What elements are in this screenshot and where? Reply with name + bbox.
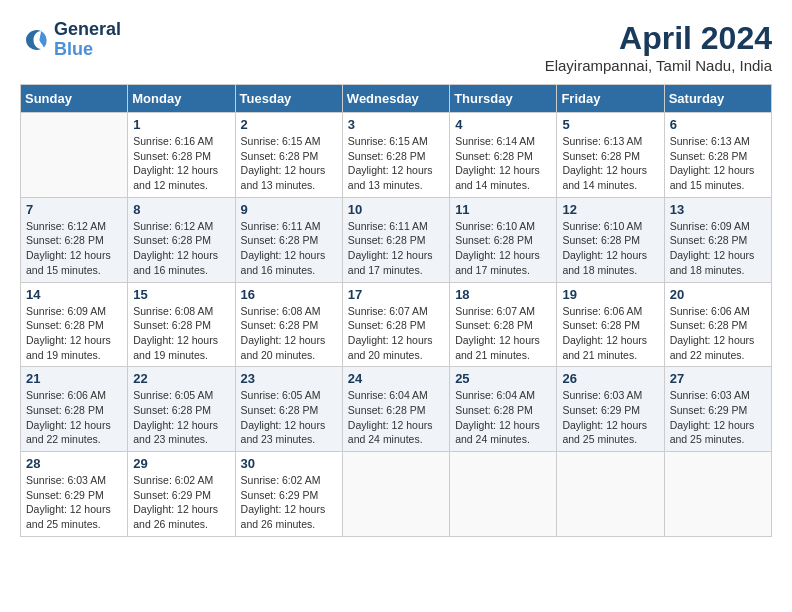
day-number: 27: [670, 371, 766, 386]
day-info: Sunrise: 6:08 AMSunset: 6:28 PMDaylight:…: [133, 304, 229, 363]
day-number: 30: [241, 456, 337, 471]
calendar-cell: 5Sunrise: 6:13 AMSunset: 6:28 PMDaylight…: [557, 113, 664, 198]
calendar-cell: 4Sunrise: 6:14 AMSunset: 6:28 PMDaylight…: [450, 113, 557, 198]
day-number: 18: [455, 287, 551, 302]
day-number: 14: [26, 287, 122, 302]
day-number: 3: [348, 117, 444, 132]
calendar-cell: 16Sunrise: 6:08 AMSunset: 6:28 PMDayligh…: [235, 282, 342, 367]
day-info: Sunrise: 6:02 AMSunset: 6:29 PMDaylight:…: [241, 473, 337, 532]
calendar-cell: 30Sunrise: 6:02 AMSunset: 6:29 PMDayligh…: [235, 452, 342, 537]
day-info: Sunrise: 6:10 AMSunset: 6:28 PMDaylight:…: [455, 219, 551, 278]
calendar-cell: 24Sunrise: 6:04 AMSunset: 6:28 PMDayligh…: [342, 367, 449, 452]
day-number: 16: [241, 287, 337, 302]
day-number: 29: [133, 456, 229, 471]
calendar: SundayMondayTuesdayWednesdayThursdayFrid…: [20, 84, 772, 537]
day-info: Sunrise: 6:05 AMSunset: 6:28 PMDaylight:…: [133, 388, 229, 447]
day-number: 4: [455, 117, 551, 132]
day-info: Sunrise: 6:03 AMSunset: 6:29 PMDaylight:…: [670, 388, 766, 447]
day-info: Sunrise: 6:07 AMSunset: 6:28 PMDaylight:…: [348, 304, 444, 363]
day-info: Sunrise: 6:11 AMSunset: 6:28 PMDaylight:…: [241, 219, 337, 278]
page-header: General Blue April 2024 Elayirampannai, …: [20, 20, 772, 74]
day-number: 26: [562, 371, 658, 386]
day-info: Sunrise: 6:06 AMSunset: 6:28 PMDaylight:…: [670, 304, 766, 363]
calendar-cell: 1Sunrise: 6:16 AMSunset: 6:28 PMDaylight…: [128, 113, 235, 198]
calendar-cell: 13Sunrise: 6:09 AMSunset: 6:28 PMDayligh…: [664, 197, 771, 282]
calendar-cell: 2Sunrise: 6:15 AMSunset: 6:28 PMDaylight…: [235, 113, 342, 198]
day-info: Sunrise: 6:10 AMSunset: 6:28 PMDaylight:…: [562, 219, 658, 278]
day-number: 25: [455, 371, 551, 386]
day-info: Sunrise: 6:06 AMSunset: 6:28 PMDaylight:…: [26, 388, 122, 447]
day-number: 9: [241, 202, 337, 217]
title-block: April 2024 Elayirampannai, Tamil Nadu, I…: [545, 20, 772, 74]
day-number: 5: [562, 117, 658, 132]
day-number: 10: [348, 202, 444, 217]
day-number: 20: [670, 287, 766, 302]
day-number: 22: [133, 371, 229, 386]
location: Elayirampannai, Tamil Nadu, India: [545, 57, 772, 74]
day-info: Sunrise: 6:16 AMSunset: 6:28 PMDaylight:…: [133, 134, 229, 193]
calendar-cell: 3Sunrise: 6:15 AMSunset: 6:28 PMDaylight…: [342, 113, 449, 198]
day-info: Sunrise: 6:02 AMSunset: 6:29 PMDaylight:…: [133, 473, 229, 532]
weekday-header-thursday: Thursday: [450, 85, 557, 113]
day-info: Sunrise: 6:09 AMSunset: 6:28 PMDaylight:…: [26, 304, 122, 363]
weekday-header-monday: Monday: [128, 85, 235, 113]
day-number: 7: [26, 202, 122, 217]
day-info: Sunrise: 6:03 AMSunset: 6:29 PMDaylight:…: [562, 388, 658, 447]
day-info: Sunrise: 6:05 AMSunset: 6:28 PMDaylight:…: [241, 388, 337, 447]
day-number: 11: [455, 202, 551, 217]
day-info: Sunrise: 6:07 AMSunset: 6:28 PMDaylight:…: [455, 304, 551, 363]
calendar-cell: 6Sunrise: 6:13 AMSunset: 6:28 PMDaylight…: [664, 113, 771, 198]
calendar-cell: [450, 452, 557, 537]
calendar-cell: 14Sunrise: 6:09 AMSunset: 6:28 PMDayligh…: [21, 282, 128, 367]
calendar-cell: 8Sunrise: 6:12 AMSunset: 6:28 PMDaylight…: [128, 197, 235, 282]
logo: General Blue: [20, 20, 121, 60]
calendar-cell: [557, 452, 664, 537]
day-number: 28: [26, 456, 122, 471]
week-row-3: 14Sunrise: 6:09 AMSunset: 6:28 PMDayligh…: [21, 282, 772, 367]
day-number: 17: [348, 287, 444, 302]
day-info: Sunrise: 6:15 AMSunset: 6:28 PMDaylight:…: [348, 134, 444, 193]
day-number: 1: [133, 117, 229, 132]
day-info: Sunrise: 6:03 AMSunset: 6:29 PMDaylight:…: [26, 473, 122, 532]
week-row-1: 1Sunrise: 6:16 AMSunset: 6:28 PMDaylight…: [21, 113, 772, 198]
calendar-cell: 20Sunrise: 6:06 AMSunset: 6:28 PMDayligh…: [664, 282, 771, 367]
week-row-5: 28Sunrise: 6:03 AMSunset: 6:29 PMDayligh…: [21, 452, 772, 537]
logo-icon: [20, 25, 50, 55]
calendar-cell: 28Sunrise: 6:03 AMSunset: 6:29 PMDayligh…: [21, 452, 128, 537]
calendar-cell: 12Sunrise: 6:10 AMSunset: 6:28 PMDayligh…: [557, 197, 664, 282]
calendar-cell: 7Sunrise: 6:12 AMSunset: 6:28 PMDaylight…: [21, 197, 128, 282]
day-number: 8: [133, 202, 229, 217]
weekday-header-row: SundayMondayTuesdayWednesdayThursdayFrid…: [21, 85, 772, 113]
day-number: 2: [241, 117, 337, 132]
month-title: April 2024: [545, 20, 772, 57]
calendar-cell: 18Sunrise: 6:07 AMSunset: 6:28 PMDayligh…: [450, 282, 557, 367]
calendar-cell: 25Sunrise: 6:04 AMSunset: 6:28 PMDayligh…: [450, 367, 557, 452]
weekday-header-wednesday: Wednesday: [342, 85, 449, 113]
day-info: Sunrise: 6:15 AMSunset: 6:28 PMDaylight:…: [241, 134, 337, 193]
day-info: Sunrise: 6:04 AMSunset: 6:28 PMDaylight:…: [348, 388, 444, 447]
week-row-2: 7Sunrise: 6:12 AMSunset: 6:28 PMDaylight…: [21, 197, 772, 282]
calendar-cell: 22Sunrise: 6:05 AMSunset: 6:28 PMDayligh…: [128, 367, 235, 452]
calendar-cell: 10Sunrise: 6:11 AMSunset: 6:28 PMDayligh…: [342, 197, 449, 282]
calendar-cell: 23Sunrise: 6:05 AMSunset: 6:28 PMDayligh…: [235, 367, 342, 452]
weekday-header-saturday: Saturday: [664, 85, 771, 113]
day-info: Sunrise: 6:14 AMSunset: 6:28 PMDaylight:…: [455, 134, 551, 193]
day-number: 15: [133, 287, 229, 302]
weekday-header-tuesday: Tuesday: [235, 85, 342, 113]
calendar-cell: 17Sunrise: 6:07 AMSunset: 6:28 PMDayligh…: [342, 282, 449, 367]
day-info: Sunrise: 6:06 AMSunset: 6:28 PMDaylight:…: [562, 304, 658, 363]
calendar-cell: 19Sunrise: 6:06 AMSunset: 6:28 PMDayligh…: [557, 282, 664, 367]
day-info: Sunrise: 6:04 AMSunset: 6:28 PMDaylight:…: [455, 388, 551, 447]
calendar-cell: 11Sunrise: 6:10 AMSunset: 6:28 PMDayligh…: [450, 197, 557, 282]
day-number: 21: [26, 371, 122, 386]
day-info: Sunrise: 6:13 AMSunset: 6:28 PMDaylight:…: [562, 134, 658, 193]
weekday-header-sunday: Sunday: [21, 85, 128, 113]
calendar-cell: 26Sunrise: 6:03 AMSunset: 6:29 PMDayligh…: [557, 367, 664, 452]
day-info: Sunrise: 6:11 AMSunset: 6:28 PMDaylight:…: [348, 219, 444, 278]
calendar-cell: [664, 452, 771, 537]
day-number: 12: [562, 202, 658, 217]
day-number: 6: [670, 117, 766, 132]
week-row-4: 21Sunrise: 6:06 AMSunset: 6:28 PMDayligh…: [21, 367, 772, 452]
day-info: Sunrise: 6:13 AMSunset: 6:28 PMDaylight:…: [670, 134, 766, 193]
calendar-cell: 9Sunrise: 6:11 AMSunset: 6:28 PMDaylight…: [235, 197, 342, 282]
